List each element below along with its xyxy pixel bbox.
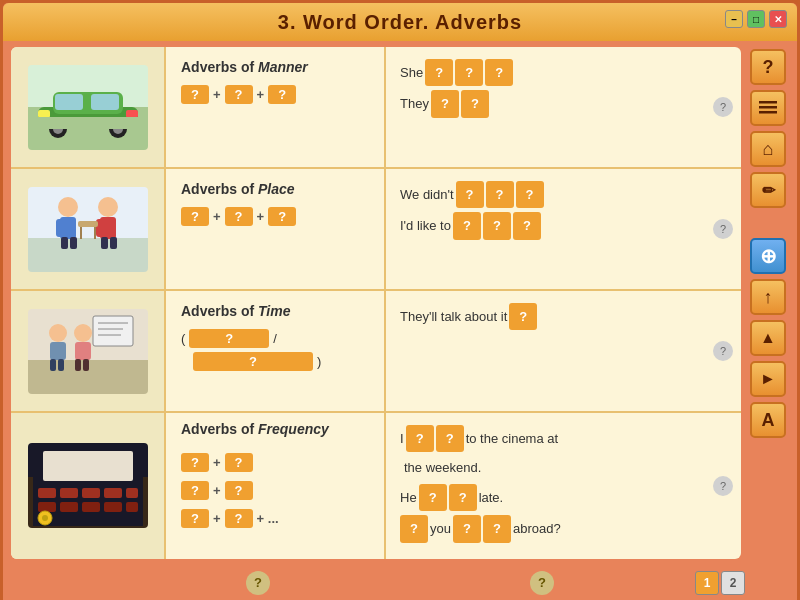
q-m-s2-2[interactable]: ? bbox=[461, 90, 489, 117]
svg-rect-25 bbox=[80, 227, 82, 239]
qbox-p3[interactable]: ? bbox=[268, 207, 296, 226]
svg-rect-24 bbox=[78, 221, 98, 227]
office-svg bbox=[33, 311, 143, 391]
qbox-f3b[interactable]: ? bbox=[225, 509, 253, 528]
qbox-f2b[interactable]: ? bbox=[225, 481, 253, 500]
qbox-m1[interactable]: ? bbox=[181, 85, 209, 104]
sentence-manner-2: They ? ? bbox=[400, 90, 727, 117]
bottom-help-right[interactable]: ? bbox=[530, 571, 554, 595]
hint-button-frequency[interactable]: ? bbox=[713, 476, 733, 496]
arrow-up-button[interactable]: ↑ bbox=[750, 279, 786, 315]
formula-manner: ? + ? + ? bbox=[181, 85, 369, 104]
svg-point-36 bbox=[74, 324, 92, 342]
people-svg bbox=[33, 189, 143, 269]
q-p-s2-1[interactable]: ? bbox=[453, 212, 481, 239]
qbox-t1[interactable]: ? bbox=[189, 329, 269, 348]
formula-place: ? + ? + ? bbox=[181, 207, 369, 226]
qbox-f3a[interactable]: ? bbox=[181, 509, 209, 528]
svg-rect-14 bbox=[56, 219, 64, 237]
right-cell-frequency: I ? ? to the cinema at the weekend. He ?… bbox=[386, 413, 741, 559]
pencil-button[interactable]: ✏ bbox=[750, 172, 786, 208]
svg-rect-10 bbox=[33, 117, 143, 129]
left-cell-place: Adverbs of Place ? + ? + ? bbox=[166, 169, 386, 289]
font-a-button[interactable]: A bbox=[750, 402, 786, 438]
q-t-s1-1[interactable]: ? bbox=[509, 303, 537, 330]
q-m-s1-3[interactable]: ? bbox=[485, 59, 513, 86]
qbox-f1a[interactable]: ? bbox=[181, 453, 209, 472]
qbox-t2[interactable]: ? bbox=[193, 352, 313, 371]
svg-rect-7 bbox=[91, 94, 119, 110]
q-m-s1-1[interactable]: ? bbox=[425, 59, 453, 86]
qbox-p1[interactable]: ? bbox=[181, 207, 209, 226]
formula-time-2: ? ) bbox=[193, 352, 369, 371]
image-cell-manner bbox=[11, 47, 166, 167]
svg-rect-28 bbox=[93, 316, 133, 346]
maximize-button[interactable]: □ bbox=[747, 10, 765, 28]
svg-rect-15 bbox=[68, 219, 76, 237]
hint-button-place[interactable]: ? bbox=[713, 219, 733, 239]
q-m-s1-2[interactable]: ? bbox=[455, 59, 483, 86]
close-button[interactable]: ✕ bbox=[769, 10, 787, 28]
help-button[interactable]: ? bbox=[750, 49, 786, 85]
page-1-button[interactable]: 1 bbox=[695, 571, 719, 595]
adverb-title-time: Adverbs of Time bbox=[181, 303, 369, 319]
list-button[interactable] bbox=[750, 90, 786, 126]
sentence-freq-1b: the weekend. bbox=[400, 456, 727, 479]
svg-rect-47 bbox=[38, 502, 56, 512]
zoom-in-button[interactable]: ⊕ bbox=[750, 238, 786, 274]
sentence-freq-2: He ? ? late. bbox=[400, 484, 727, 511]
q-p-s1-1[interactable]: ? bbox=[456, 181, 484, 208]
svg-rect-49 bbox=[82, 502, 100, 512]
list-icon bbox=[759, 101, 777, 115]
svg-rect-22 bbox=[101, 237, 108, 249]
qbox-f2a[interactable]: ? bbox=[181, 481, 209, 500]
qbox-p2[interactable]: ? bbox=[225, 207, 253, 226]
cinema-svg bbox=[33, 446, 143, 526]
q-f-s3-1[interactable]: ? bbox=[453, 515, 481, 542]
svg-rect-6 bbox=[55, 94, 83, 110]
image-cell-time bbox=[11, 291, 166, 411]
svg-rect-43 bbox=[60, 488, 78, 498]
svg-point-18 bbox=[98, 197, 118, 217]
q-f-s1-1[interactable]: ? bbox=[406, 425, 434, 452]
formula-freq-3: ? + ? + ... bbox=[181, 509, 369, 528]
qbox-f1b[interactable]: ? bbox=[225, 453, 253, 472]
svg-rect-50 bbox=[104, 502, 122, 512]
arrow-up-filled-button[interactable]: ▲ bbox=[750, 320, 786, 356]
page-2-button[interactable]: 2 bbox=[721, 571, 745, 595]
image-cell-place bbox=[11, 169, 166, 289]
sentence-freq-3: ? you ? ? abroad? bbox=[400, 515, 727, 542]
svg-rect-39 bbox=[75, 359, 81, 371]
q-f-s1-2[interactable]: ? bbox=[436, 425, 464, 452]
svg-rect-56 bbox=[759, 111, 777, 114]
q-f-s3-2[interactable]: ? bbox=[483, 515, 511, 542]
q-p-s2-3[interactable]: ? bbox=[513, 212, 541, 239]
bottom-help-left[interactable]: ? bbox=[246, 571, 270, 595]
qbox-m3[interactable]: ? bbox=[268, 85, 296, 104]
q-f-s2-1[interactable]: ? bbox=[419, 484, 447, 511]
minimize-button[interactable]: – bbox=[725, 10, 743, 28]
svg-rect-16 bbox=[61, 237, 68, 249]
svg-rect-9 bbox=[126, 110, 138, 118]
qbox-m2[interactable]: ? bbox=[225, 85, 253, 104]
sentence-place-2: I'd like to ? ? ? bbox=[400, 212, 727, 239]
svg-rect-42 bbox=[38, 488, 56, 498]
q-p-s2-2[interactable]: ? bbox=[483, 212, 511, 239]
q-p-s1-3[interactable]: ? bbox=[516, 181, 544, 208]
hint-button-time[interactable]: ? bbox=[713, 341, 733, 361]
svg-rect-34 bbox=[58, 359, 64, 371]
svg-rect-17 bbox=[70, 237, 77, 249]
home-button[interactable]: ⌂ bbox=[750, 131, 786, 167]
hint-button-manner[interactable]: ? bbox=[713, 97, 733, 117]
svg-rect-46 bbox=[126, 488, 138, 498]
arrow-right-button[interactable]: ► bbox=[750, 361, 786, 397]
adverb-title-manner: Adverbs of Manner bbox=[181, 59, 369, 75]
q-m-s2-1[interactable]: ? bbox=[431, 90, 459, 117]
sentence-place-1: We didn't ? ? ? bbox=[400, 181, 727, 208]
q-p-s1-2[interactable]: ? bbox=[486, 181, 514, 208]
q-f-s3-0[interactable]: ? bbox=[400, 515, 428, 542]
q-f-s2-2[interactable]: ? bbox=[449, 484, 477, 511]
svg-rect-45 bbox=[104, 488, 122, 498]
formula-freq-1: ? + ? bbox=[181, 453, 369, 472]
right-cell-manner: She ? ? ? They ? ? ? bbox=[386, 47, 741, 167]
